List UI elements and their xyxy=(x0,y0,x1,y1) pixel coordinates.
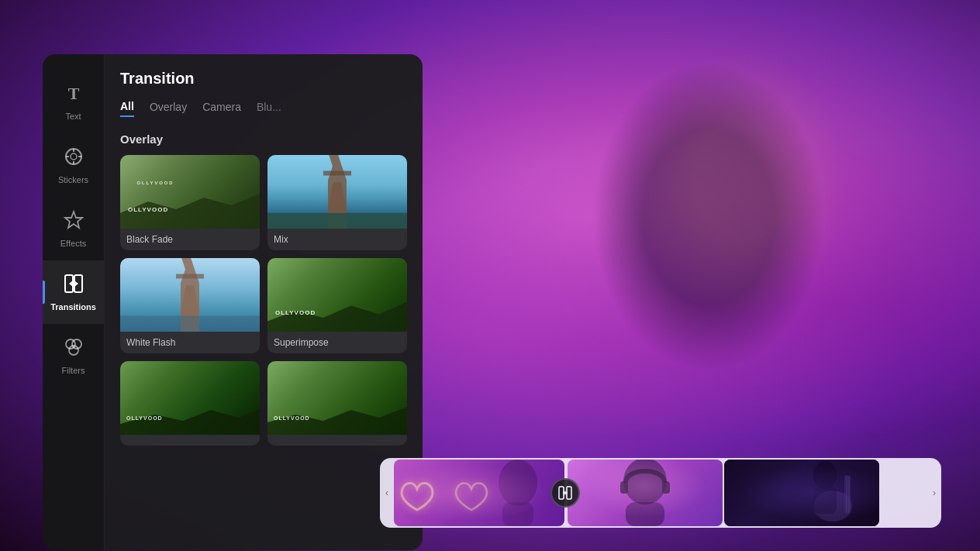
sidebar-item-stickers[interactable]: Stickers xyxy=(43,133,104,197)
svg-point-34 xyxy=(813,491,852,522)
svg-rect-22 xyxy=(120,316,260,332)
timeline-transition-icon[interactable] xyxy=(550,478,580,508)
sidebar-item-label-filters: Filters xyxy=(62,366,85,375)
transition-card-superimpose[interactable]: Superimpose xyxy=(267,258,407,353)
sidebar-item-label-text: Text xyxy=(65,112,81,121)
right-panel: Transition All Overlay Camera Blu... Ove… xyxy=(105,54,423,550)
right-arrow-icon: › xyxy=(933,487,936,498)
timeline-right-arrow[interactable]: › xyxy=(927,458,941,528)
card-label-black-fade: Black Fade xyxy=(120,229,260,250)
sidebar-item-label-stickers: Stickers xyxy=(58,175,88,184)
transitions-icon xyxy=(63,273,85,298)
svg-rect-35 xyxy=(844,475,851,514)
sidebar-item-label-transitions: Transitions xyxy=(50,302,96,312)
filter-tabs: All Overlay Camera Blu... xyxy=(120,100,407,117)
card-label-white-flash: White Flash xyxy=(120,332,260,353)
svg-rect-18 xyxy=(323,171,351,176)
transition-card-white-flash[interactable]: White Flash xyxy=(120,258,260,353)
svg-point-38 xyxy=(813,461,837,489)
thumbnail-superimpose xyxy=(267,258,407,332)
transition-card-mix[interactable]: Mix xyxy=(267,155,407,250)
svg-marker-17 xyxy=(328,155,347,229)
sidebar-item-text[interactable]: T Text xyxy=(43,70,104,133)
svg-marker-11 xyxy=(74,281,78,287)
timeline-left-arrow[interactable]: ‹ xyxy=(380,458,394,528)
clip-3-bg xyxy=(724,460,879,526)
svg-rect-24 xyxy=(502,502,533,526)
sidebar-item-filters[interactable]: Filters xyxy=(43,324,104,387)
tab-camera[interactable]: Camera xyxy=(202,101,241,116)
left-arrow-icon: ‹ xyxy=(385,487,388,498)
sidebar-panel: T Text Stickers xyxy=(43,54,423,550)
sidebar-item-transitions[interactable]: Transitions xyxy=(43,260,104,324)
timeline-clip-3[interactable] xyxy=(724,460,879,526)
thumbnail-black-fade: OLLYVOOD xyxy=(120,155,260,229)
timeline-clip-1[interactable] xyxy=(394,460,564,526)
svg-text:T: T xyxy=(67,84,79,103)
transitions-grid: OLLYVOOD Black Fade Mix xyxy=(120,155,407,446)
transition-card-black-fade[interactable]: OLLYVOOD Black Fade xyxy=(120,155,260,250)
thumbnail-mix xyxy=(267,155,407,229)
transition-card-5[interactable] xyxy=(120,361,260,446)
svg-rect-19 xyxy=(267,213,407,229)
transition-card-6[interactable] xyxy=(267,361,407,446)
svg-rect-21 xyxy=(176,274,204,279)
svg-point-6 xyxy=(71,153,77,160)
thumbnail-5 xyxy=(120,361,260,435)
svg-point-30 xyxy=(623,460,667,505)
panel-title: Transition xyxy=(120,70,407,88)
effects-icon xyxy=(63,209,85,234)
card-label-superimpose: Superimpose xyxy=(267,332,407,353)
timeline-clips xyxy=(394,458,927,528)
tab-overlay[interactable]: Overlay xyxy=(150,101,187,116)
stickers-icon xyxy=(63,146,85,170)
thumbnail-white-flash xyxy=(120,258,260,332)
svg-rect-39 xyxy=(813,487,837,514)
svg-marker-7 xyxy=(65,212,82,228)
sidebar-item-label-effects: Effects xyxy=(60,239,86,248)
tab-all[interactable]: All xyxy=(120,100,134,117)
card-label-mix: Mix xyxy=(267,229,407,250)
svg-rect-33 xyxy=(662,481,670,494)
card-label-6 xyxy=(267,435,407,446)
filters-icon xyxy=(63,336,85,361)
svg-marker-12 xyxy=(69,281,73,287)
timeline-clip-2[interactable] xyxy=(568,460,723,526)
hair-overlay xyxy=(631,46,848,318)
thumbnail-6 xyxy=(267,361,407,435)
sidebar-item-effects[interactable]: Effects xyxy=(43,197,104,260)
tab-blur[interactable]: Blu... xyxy=(257,101,281,116)
left-nav: T Text Stickers xyxy=(43,54,105,550)
svg-text:OLLYVOOD: OLLYVOOD xyxy=(137,181,174,185)
svg-point-23 xyxy=(499,460,537,506)
card-label-5 xyxy=(120,435,260,446)
svg-rect-32 xyxy=(620,481,628,494)
timeline-bar: ‹ xyxy=(380,458,941,528)
text-icon: T xyxy=(63,82,85,107)
svg-rect-31 xyxy=(626,502,664,526)
section-label-overlay: Overlay xyxy=(120,133,407,146)
